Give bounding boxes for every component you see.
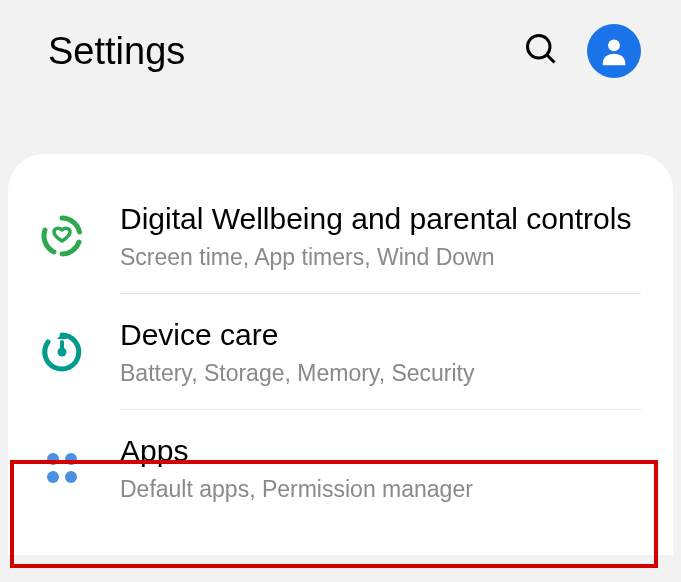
header-actions [523, 24, 641, 78]
row-subtitle: Screen time, App timers, Wind Down [120, 244, 641, 272]
row-text: Device care Battery, Storage, Memory, Se… [120, 316, 641, 387]
svg-point-0 [528, 36, 551, 59]
apps-icon [40, 446, 84, 490]
row-subtitle: Battery, Storage, Memory, Security [120, 360, 641, 388]
digital-wellbeing-icon [40, 214, 84, 258]
settings-item-apps[interactable]: Apps Default apps, Permission manager [8, 410, 673, 525]
row-text: Digital Wellbeing and parental controls … [120, 200, 641, 271]
settings-list: Digital Wellbeing and parental controls … [8, 154, 673, 555]
settings-item-device-care[interactable]: Device care Battery, Storage, Memory, Se… [8, 294, 673, 409]
svg-line-1 [547, 55, 555, 63]
row-subtitle: Default apps, Permission manager [120, 476, 641, 504]
page-title: Settings [48, 30, 507, 73]
row-text: Apps Default apps, Permission manager [120, 432, 641, 503]
row-title: Apps [120, 432, 641, 470]
search-icon[interactable] [523, 31, 559, 71]
row-title: Device care [120, 316, 641, 354]
svg-point-2 [608, 39, 620, 51]
settings-item-digital-wellbeing[interactable]: Digital Wellbeing and parental controls … [8, 178, 673, 293]
row-title: Digital Wellbeing and parental controls [120, 200, 641, 238]
account-avatar[interactable] [587, 24, 641, 78]
device-care-icon [40, 330, 84, 374]
header: Settings [0, 0, 681, 102]
